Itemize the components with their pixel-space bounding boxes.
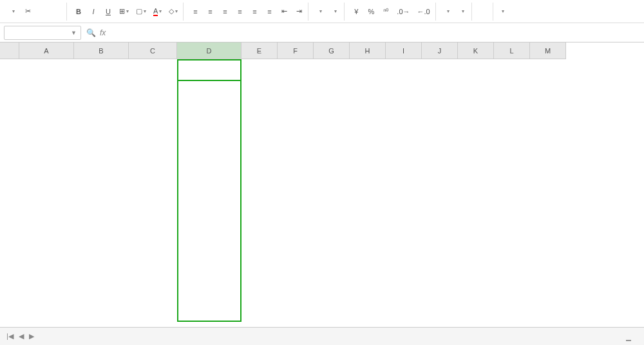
selection-outline	[177, 59, 242, 322]
sheet-nav-prev[interactable]: ◀	[17, 332, 25, 340]
fill-color-icon[interactable]: ▢	[133, 5, 149, 19]
align-top-icon[interactable]: ≡	[189, 5, 202, 19]
doc-helper-button[interactable]	[477, 5, 490, 19]
align-middle-icon[interactable]: ≡	[204, 5, 216, 19]
bold-icon[interactable]: B	[72, 5, 85, 19]
sheet-nav-next[interactable]: ▶	[28, 332, 35, 340]
border-icon[interactable]: ⊞	[117, 5, 131, 19]
align-right-icon[interactable]: ≡	[263, 5, 276, 19]
font-effects-icon[interactable]: ◇	[166, 5, 180, 19]
underline-icon[interactable]: U	[102, 5, 115, 19]
align-center-icon[interactable]: ≡	[248, 5, 261, 19]
formula-row: ▼ 🔍 fx	[0, 23, 644, 42]
col-header-D[interactable]: D	[177, 42, 242, 59]
align-left-icon[interactable]: ≡	[233, 5, 246, 19]
col-header-C[interactable]: C	[129, 42, 177, 59]
col-header-G[interactable]: G	[314, 42, 350, 59]
format-painter-button[interactable]	[51, 5, 64, 19]
decimal-dec-icon[interactable]: ←.0	[415, 5, 433, 19]
conditional-format-button[interactable]	[441, 5, 454, 19]
find-button[interactable]	[496, 5, 509, 19]
col-header-J[interactable]: J	[422, 42, 458, 59]
decimal-inc-icon[interactable]: .0→	[394, 5, 412, 19]
caption	[626, 340, 631, 341]
font-color-icon[interactable]: A	[151, 5, 164, 19]
active-cell	[177, 59, 242, 81]
formula-bar[interactable]	[111, 32, 640, 34]
wrap-button[interactable]	[328, 5, 341, 19]
name-box[interactable]: ▼	[4, 26, 81, 40]
percent-icon[interactable]: %	[365, 5, 377, 19]
comma-icon[interactable]: ⁿ⁰	[379, 5, 392, 19]
select-all-corner[interactable]	[0, 42, 19, 59]
col-header-A[interactable]: A	[19, 42, 74, 59]
italic-icon[interactable]: I	[87, 5, 100, 19]
cut-icon[interactable]: ✂	[21, 5, 34, 19]
toolbar: ✂ B I U ⊞ ▢ A ◇ ≡ ≡ ≡ ≡ ≡ ≡ ⇤ ⇥ ¥ % ⁿ⁰ .…	[0, 0, 644, 23]
col-header-L[interactable]: L	[494, 42, 530, 59]
currency-icon[interactable]: ¥	[350, 5, 363, 19]
indent-dec-icon[interactable]: ⇤	[278, 5, 290, 19]
col-header-H[interactable]: H	[350, 42, 386, 59]
sheet-nav-first[interactable]: |◀	[5, 332, 15, 340]
fx-icon[interactable]: fx	[100, 28, 106, 37]
col-header-B[interactable]: B	[74, 42, 129, 59]
copy-button[interactable]	[36, 5, 49, 19]
align-bottom-icon[interactable]: ≡	[218, 5, 231, 19]
chevron-down-icon: ▼	[71, 30, 77, 36]
col-header-M[interactable]: M	[530, 42, 566, 59]
cell-style-button[interactable]	[456, 5, 469, 19]
formula-search-icon[interactable]: 🔍	[86, 28, 96, 37]
indent-inc-icon[interactable]: ⇥	[292, 5, 305, 19]
col-header-E[interactable]: E	[242, 42, 278, 59]
col-header-K[interactable]: K	[458, 42, 494, 59]
paste-button[interactable]	[6, 5, 19, 19]
col-header-F[interactable]: F	[278, 42, 314, 59]
grid-area: ABCDEFGHIJKLM	[0, 42, 644, 327]
merge-button[interactable]	[314, 5, 327, 19]
col-header-I[interactable]: I	[386, 42, 422, 59]
sheets-bar: |◀ ◀ ▶	[0, 327, 644, 345]
